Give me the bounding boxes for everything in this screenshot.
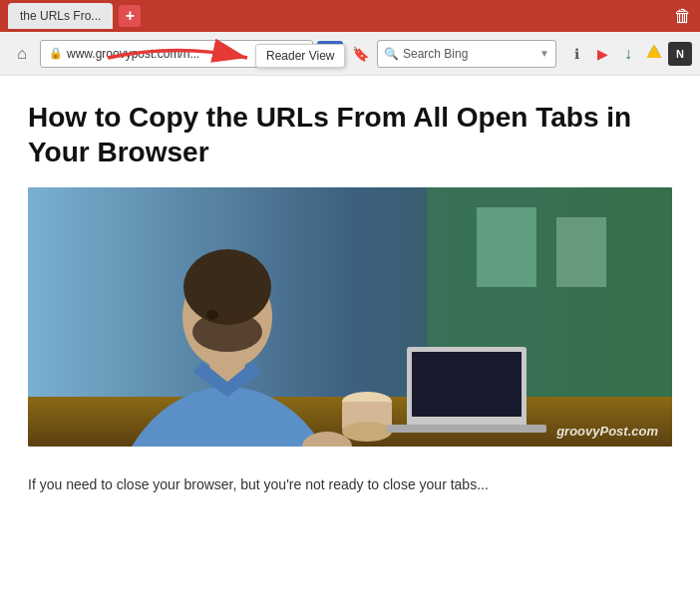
svg-rect-14 — [387, 425, 546, 433]
home-button[interactable]: ⌂ — [8, 40, 36, 68]
toolbar-icons: ℹ ▶ ↓ N — [564, 42, 692, 66]
tab-label: the URLs Fro... — [20, 9, 101, 23]
bookmark-icon: 🔖 — [352, 46, 369, 62]
new-tab-icon: + — [126, 7, 135, 25]
info-icon: ℹ — [574, 46, 579, 62]
home-icon: ⌂ — [17, 45, 27, 63]
address-bar: ⌂ 🔒 www.groovypost.com/h... ☰ 🔖 🔍 Search… — [0, 32, 700, 76]
bottom-text-content: If you need to close your browser, but y… — [28, 476, 489, 492]
svg-point-19 — [192, 312, 262, 352]
article-image: groovyPost.com — [28, 187, 672, 447]
notion-button[interactable]: N — [668, 42, 692, 66]
title-bar: the URLs Fro... + 🗑 — [0, 0, 700, 32]
close-button[interactable]: 🗑 — [674, 6, 692, 27]
article-content: How to Copy the URLs From All Open Tabs … — [0, 76, 700, 462]
notion-icon: N — [676, 48, 684, 60]
trash-icon: 🗑 — [674, 6, 692, 26]
url-text: www.groovypost.com/h... — [67, 47, 199, 61]
article-bottom-text: If you need to close your browser, but y… — [0, 462, 700, 495]
play-button[interactable]: ▶ — [590, 42, 614, 66]
svg-marker-1 — [647, 45, 662, 59]
svg-rect-6 — [477, 207, 536, 287]
svg-rect-7 — [556, 217, 606, 287]
bookmark-button[interactable]: 🔖 — [347, 41, 373, 67]
search-icon: 🔍 — [384, 47, 399, 61]
play-icon: ▶ — [597, 46, 608, 62]
download-icon: ↓ — [624, 45, 632, 63]
search-text: Search Bing — [403, 47, 535, 61]
article-image-svg — [28, 187, 672, 447]
browser-tab[interactable]: the URLs Fro... — [8, 3, 113, 29]
info-button[interactable]: ℹ — [564, 42, 588, 66]
image-watermark: groovyPost.com — [556, 424, 658, 439]
chevron-down-icon: ▼ — [539, 48, 549, 59]
reader-view-tooltip: Reader View — [255, 44, 345, 68]
svg-rect-13 — [412, 352, 522, 417]
search-box[interactable]: 🔍 Search Bing ▼ — [377, 40, 556, 68]
tooltip-text: Reader View — [266, 49, 334, 63]
lock-icon: 🔒 — [49, 47, 63, 60]
download-button[interactable]: ↓ — [616, 42, 640, 66]
drive-icon — [645, 43, 663, 64]
svg-point-20 — [206, 310, 218, 320]
svg-point-11 — [342, 422, 392, 442]
article-title: How to Copy the URLs From All Open Tabs … — [28, 100, 672, 169]
new-tab-button[interactable]: + — [119, 5, 141, 27]
drive-button[interactable] — [642, 42, 666, 66]
